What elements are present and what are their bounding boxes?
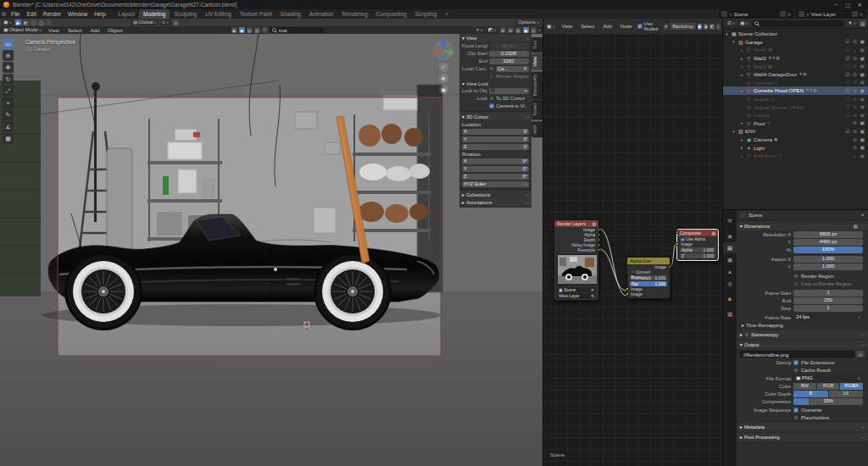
time-remapping-label[interactable]: Time Remapping [746,323,783,328]
use-nodes-checkbox[interactable]: ✓ [637,24,643,29]
topbar-menu-item[interactable]: Render [40,11,64,17]
outliner-options-icon[interactable]: ▤ [860,20,865,26]
node-view-layer-selector[interactable]: View Layer⟲ [557,293,596,298]
close-icon[interactable]: ✕ [860,12,863,17]
local-camera-checkbox[interactable] [489,66,494,71]
frame-end-field[interactable]: 250 [793,297,863,304]
navigation-gizmo[interactable] [432,39,454,61]
node-scene-selector[interactable]: ▣ Scene✕ [557,287,596,292]
depth-16-option[interactable]: 16 [829,391,864,397]
object-name[interactable]: Ceiling [754,112,770,118]
collapse-icon[interactable]: ▸ [742,323,744,328]
to-3d-cursor-checkbox[interactable] [489,96,494,101]
dimensions-panel-header[interactable]: ▾ Dimensions ▦ ─ [737,222,868,230]
depth-8-option[interactable]: 8 [793,391,828,397]
backdrop-button[interactable]: Backdrop [670,23,696,30]
row-toggles[interactable]: ☐ ⊙ ▣ [845,64,865,69]
select-mode-box-icon[interactable]: ▢ [31,19,36,25]
rotation-mode-dropdown[interactable]: XYZ Euler∨ [462,181,529,187]
annotations-panel-header[interactable]: ▸Annotations─ [459,198,531,206]
workspace-tab[interactable]: Shading [276,9,305,19]
outliner-row[interactable]: ▸ ✶ Light ◌ ⊙ ▣ [723,143,868,152]
panel-options-icon[interactable]: ─ [861,435,865,440]
output-socket[interactable] [598,248,601,252]
workspace-tab[interactable]: Rendering [338,9,372,19]
sidebar-tab[interactable]: View [531,53,542,70]
outliner-row[interactable]: ▽ Ceiling ☐ ⊙ ▣ [723,111,868,119]
folder-icon[interactable]: ▭ [856,351,865,358]
cursor-rotation-field[interactable]: Y0° [462,166,529,172]
panel-options-icon[interactable]: ─ [861,342,865,347]
object-name[interactable]: Jaguar C [754,96,775,102]
outliner-search[interactable] [752,20,845,27]
outliner-search-input[interactable] [761,21,843,26]
outliner-row[interactable]: ▸ ▽ Wall3 ▦ ☐ ⊙ ▣ [723,62,868,70]
workspace-tab[interactable]: Scripting [411,9,441,19]
minimize-button[interactable]: ─ [830,2,842,8]
row-toggles[interactable]: ☑ ⊙ ▣ [845,88,865,93]
shading-rendered-icon[interactable]: ◎ [531,27,537,33]
row-toggles[interactable]: ☑ ⊙ ▣ [845,56,865,61]
expander-icon[interactable]: ▸ [741,47,747,53]
input-socket[interactable] [626,292,629,296]
cursor-rotation-field[interactable]: Z0° [462,174,529,180]
select-mode-circle-icon[interactable]: ◯ [38,19,44,25]
tab-tool[interactable]: ⚒ [723,215,737,226]
overwrite-checkbox[interactable]: ✓ [793,408,798,413]
row-toggles[interactable]: ⊙ ▣ [853,137,865,142]
alpha-over-node[interactable]: Alpha Over Image Convert Premu... Premul… [626,257,670,299]
node-output-row[interactable]: Freestyle [554,247,598,252]
options-dropdown[interactable]: Options∨ [516,19,541,25]
tool-button[interactable]: ∡ [3,121,14,132]
row-toggles[interactable]: ⊙ ▣ [853,145,865,150]
workspace-tab[interactable]: Animation [305,9,338,19]
expander-icon[interactable]: ▸ [741,56,747,61]
camera-view-button[interactable]: ▣ [439,85,448,94]
row-toggles[interactable]: ☐ ⊙ ▣ [845,97,865,102]
workspace-tab[interactable]: Layout [114,9,140,19]
clip-end-field[interactable]: 3281' [489,58,529,64]
row-toggles[interactable]: ☐ ⌄ ▣ [845,47,865,53]
node-menu-item[interactable]: Select [577,24,598,29]
tab-world[interactable]: ◍ [723,278,737,289]
stereoscopy-panel-header[interactable]: ▸ Stereoscopy ─ [737,330,868,339]
alpha-field[interactable]: Alpha1.000 [680,247,715,252]
select-mode-lasso-icon[interactable]: ◌ [46,19,52,25]
xray-toggle-icon[interactable]: ⊞ [500,27,506,33]
cache-result-checkbox[interactable] [793,368,798,373]
expander-icon[interactable]: ▸ [741,64,747,69]
expander-icon[interactable]: ▾ [726,31,732,36]
object-name[interactable]: Corvette Hood OPEN [754,87,804,93]
expander-icon[interactable]: ▸ [741,120,747,125]
tab-output[interactable]: ▤ [723,242,737,253]
blender-menu-icon[interactable]: ⚙ [0,11,8,18]
expander-icon[interactable]: ▸ [741,153,747,158]
sidebar-tab[interactable]: Tool [531,37,542,53]
pin-icon[interactable]: ✦ [664,24,668,30]
node-canvas[interactable]: Render Layers◍ Image Alpha Depth Noisy I… [543,34,722,466]
outliner-row[interactable]: ▸ ▽ Wall4-GarageDoor ▼▦ ☑ ⊙ ▣ [723,70,868,79]
panel-options-icon[interactable]: ─ [526,192,529,197]
object-name[interactable]: ENV [745,128,756,134]
new-scene-icon[interactable] [780,11,786,17]
viewport-menu-item[interactable]: Add [87,28,103,33]
maximize-button[interactable]: ▢ [842,2,854,8]
view-layer-selector[interactable]: ∨ View Layer ✕ [796,10,865,18]
mode-dropdown[interactable]: ▣ Object Mode∨ [2,27,43,33]
node-menu-item[interactable]: View [559,24,576,29]
cursor-panel-header[interactable]: ▾ 3D Cursor ─ [459,113,531,120]
workspace-tab[interactable]: + [441,9,453,19]
editor-type-icon[interactable]: ▣∨ [2,19,14,25]
node-input-row[interactable]: Image [627,291,670,297]
display-mode-dropdown[interactable]: ☰∨ [726,20,737,26]
outliner-row[interactable]: ▾ ▦ Scene Collection [723,30,868,38]
filter-funnel-icon[interactable]: ▼∨ [846,20,858,26]
workspace-tab[interactable]: Modeling [139,9,170,19]
viewport-search-input[interactable] [279,27,321,33]
tab-view-layer[interactable]: ▣ [723,254,737,265]
row-toggles[interactable]: ☑ ⊙ ▣ [845,129,865,134]
outliner-filter-dropdown[interactable]: ▣∨ [738,20,750,26]
output-socket[interactable] [598,238,601,241]
gizmo-dropdown[interactable]: ⌖∨ [475,27,485,33]
backdrop-move-icon[interactable]: ▣ [704,24,708,30]
